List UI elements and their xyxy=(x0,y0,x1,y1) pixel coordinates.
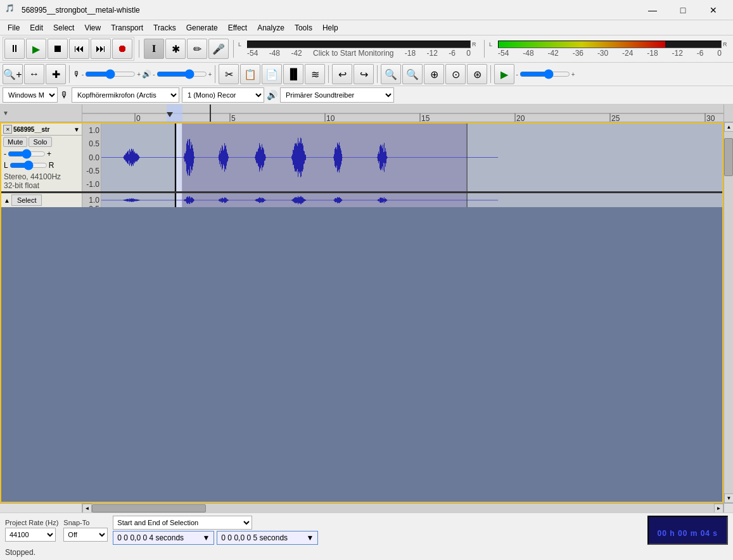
hscroll-left-button[interactable]: ◄ xyxy=(82,504,92,512)
selection-mode-select[interactable]: Start and End of Selection xyxy=(113,516,252,530)
zoom-in-btn2[interactable]: 🔍 xyxy=(381,64,401,84)
paste-button[interactable]: 📄 xyxy=(262,64,282,84)
sel-start-dropdown[interactable]: ▼ xyxy=(202,533,210,542)
sel-end-dropdown[interactable]: ▼ xyxy=(306,533,314,542)
skip-end-button[interactable]: ⏭ xyxy=(91,39,111,59)
record-button[interactable]: ⏺ xyxy=(112,39,132,59)
output-select[interactable]: Primärer Soundtreiber xyxy=(280,87,394,103)
record-volume-slider[interactable] xyxy=(85,69,136,79)
menu-generate[interactable]: Generate xyxy=(181,22,223,34)
maximize-button[interactable]: □ xyxy=(668,1,698,20)
select-button[interactable]: Select xyxy=(11,194,42,206)
sep4 xyxy=(377,65,378,83)
vu-play-tick: -30 xyxy=(597,49,608,58)
play-green-button[interactable]: ▶ xyxy=(494,64,514,84)
snap-dropdown-icon: ▼ xyxy=(3,110,9,117)
project-rate-select[interactable]: 44100 xyxy=(5,528,56,542)
play-button[interactable]: ▶ xyxy=(26,39,46,59)
track-info: Stereo, 44100Hz 32-bit float xyxy=(1,171,82,191)
timer-value: 00 h 00 m 04 s xyxy=(658,529,718,538)
menu-help[interactable]: Help xyxy=(317,22,343,34)
snap-to-select[interactable]: Off xyxy=(63,528,108,542)
empty-track-area[interactable] xyxy=(1,207,722,502)
waveform-upper[interactable]: 1.0 0.5 0.0 -0.5 -1.0 xyxy=(82,124,722,191)
undo-button[interactable]: ↩ xyxy=(332,64,352,84)
vertical-scrollbar[interactable]: ▲ ▼ xyxy=(723,122,733,503)
status-message: Stopped. xyxy=(5,548,35,557)
svg-text:15: 15 xyxy=(421,114,430,122)
skip-start-button[interactable]: ⏮ xyxy=(69,39,89,59)
status-text: Stopped. xyxy=(5,547,728,557)
trim-button[interactable]: ▐▌ xyxy=(283,64,303,84)
hscroll-right-button[interactable]: ► xyxy=(714,504,723,512)
redo-button[interactable]: ↪ xyxy=(354,64,374,84)
scroll-up-button[interactable]: ▲ xyxy=(724,122,733,132)
copy-button[interactable]: 📋 xyxy=(240,64,260,84)
zoom-in-button[interactable]: 🔍+ xyxy=(3,64,23,84)
selection-end-display[interactable]: 0 0 0,0 0 5 seconds ▼ xyxy=(217,531,318,545)
vu-play-tick: -24 xyxy=(622,49,633,58)
channel-select[interactable]: 1 (Mono) Recor xyxy=(182,87,264,103)
menu-effect[interactable]: Effect xyxy=(223,22,252,34)
mic-select[interactable]: Kopfhörermikrofon (Arctis xyxy=(72,87,179,103)
playback-volume-slider[interactable] xyxy=(156,69,207,79)
mic-device-icon: 🎙 xyxy=(60,90,69,100)
menu-edit[interactable]: Edit xyxy=(25,22,48,34)
multi-tool-button[interactable]: ✚ xyxy=(46,64,66,84)
playback-speed-slider[interactable] xyxy=(519,69,570,79)
pan-slider[interactable] xyxy=(10,160,48,170)
vu-record-r-label: R xyxy=(472,41,480,48)
vu-tick: -18 xyxy=(405,49,416,58)
menu-tools[interactable]: Tools xyxy=(290,22,317,34)
menu-select[interactable]: Select xyxy=(48,22,79,34)
scroll-thumb-v[interactable] xyxy=(724,138,733,176)
record-level-button[interactable]: 🎤 xyxy=(208,39,229,59)
window-controls: — □ ✕ xyxy=(638,1,728,20)
menu-transport[interactable]: Transport xyxy=(106,22,148,34)
pause-button[interactable]: ⏸ xyxy=(4,39,25,59)
host-select[interactable]: Windows M xyxy=(3,87,58,103)
track-name: 568995__str xyxy=(12,126,73,133)
menu-tracks[interactable]: Tracks xyxy=(148,22,181,34)
solo-button[interactable]: Solo xyxy=(29,137,51,147)
vu-tick: -12 xyxy=(427,49,438,58)
menu-file[interactable]: File xyxy=(3,22,25,34)
scroll-down-button[interactable]: ▼ xyxy=(724,493,733,503)
menu-analyze[interactable]: Analyze xyxy=(252,22,290,34)
menu-view[interactable]: View xyxy=(79,22,106,34)
cut-button[interactable]: ✂ xyxy=(219,64,239,84)
scroll-track-v[interactable] xyxy=(724,132,733,493)
snap-to-group: Snap-To Off xyxy=(63,519,108,542)
vu-play-r-label: R xyxy=(723,41,730,48)
hscroll-thumb[interactable] xyxy=(92,504,206,512)
select-tool-button[interactable]: 𝐈 xyxy=(144,39,164,59)
hscroll-corner xyxy=(723,503,733,512)
mute-button[interactable]: Mute xyxy=(3,137,27,147)
zoom-sel-btn[interactable]: ⊕ xyxy=(424,64,444,84)
sel-end-val: 0 0 0,0 0 5 seconds xyxy=(221,533,288,542)
close-button[interactable]: ✕ xyxy=(699,1,728,20)
waveform-lower[interactable]: 1.0 0.5 0.0 -0.5 -1.0 xyxy=(82,193,722,207)
hscroll-track[interactable]: ◄ ► xyxy=(82,503,723,512)
draw-tool-button[interactable]: ✏ xyxy=(187,39,207,59)
svg-text:0: 0 xyxy=(136,114,141,122)
minimize-button[interactable]: — xyxy=(638,1,667,20)
zoom-normal-button[interactable]: ↔ xyxy=(24,64,44,84)
envelope-tool-button[interactable]: ✱ xyxy=(165,39,186,59)
statusbar: Project Rate (Hz) 44100 Snap-To Off Star… xyxy=(0,512,733,560)
track-info-line1: Stereo, 44100Hz xyxy=(4,172,79,181)
zoom-fit-btn[interactable]: ⊙ xyxy=(445,64,466,84)
stop-button[interactable]: ⏹ xyxy=(48,39,68,59)
volume-slider[interactable] xyxy=(8,149,46,159)
app-icon: 🎵 xyxy=(5,4,18,16)
hscroll-inner[interactable] xyxy=(92,504,714,512)
selection-group: Start and End of Selection 0 0 0,0 0 4 s… xyxy=(113,516,318,545)
selection-start-display[interactable]: 0 0 0,0 0 4 seconds ▼ xyxy=(113,531,214,545)
waveform-lower-canvas xyxy=(101,193,722,207)
track-collapse-button[interactable]: ▼ xyxy=(73,126,80,133)
zoom-toggle-btn[interactable]: ⊛ xyxy=(467,64,487,84)
pan-right-label: R xyxy=(49,161,54,170)
zoom-out-btn2[interactable]: 🔍 xyxy=(402,64,423,84)
silence-button[interactable]: ≋ xyxy=(305,64,325,84)
track-close-button[interactable]: ✕ xyxy=(3,125,12,134)
